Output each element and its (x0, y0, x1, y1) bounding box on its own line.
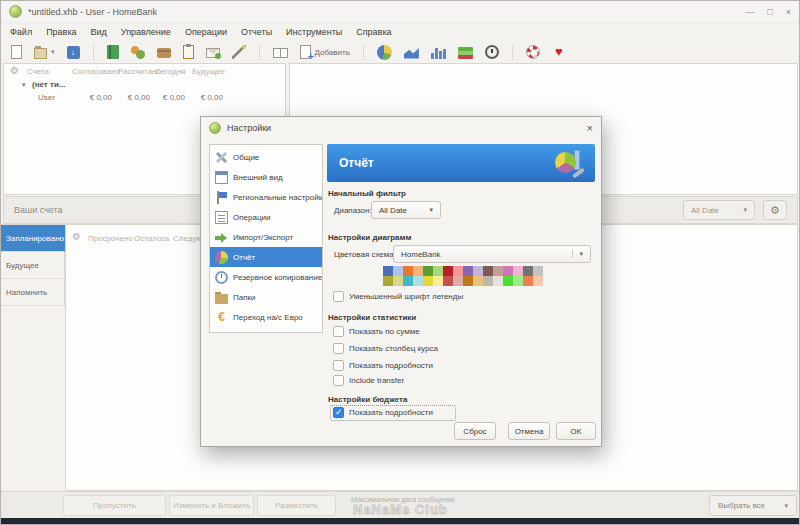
palette-swatch (483, 266, 493, 276)
open-file-button[interactable]: ▾ (32, 45, 57, 60)
window-title: *untitled.xhb - User - HomeBank (28, 7, 157, 17)
scheduled-col-header[interactable]: Осталось (134, 234, 170, 243)
nav-item-interface[interactable]: Внешний вид (210, 167, 322, 187)
categories-button[interactable] (155, 45, 173, 59)
tab-future[interactable]: Будущее (1, 252, 65, 279)
palette-swatch (413, 276, 423, 286)
palette-swatch (463, 276, 473, 286)
lifebuoy-icon (526, 45, 540, 59)
tools-icon (215, 151, 228, 164)
scheduled-button[interactable] (181, 44, 196, 60)
settings-nav-list: Общие Внешний вид Региональные настройки… (209, 144, 323, 333)
tab-scheduled[interactable]: Запланировано (1, 225, 65, 252)
palette-swatch (443, 266, 453, 276)
menu-tools[interactable]: Инструменты (286, 27, 342, 37)
show-rate-column-checkbox[interactable] (333, 343, 344, 354)
account-value-future: € 0,00 (173, 93, 223, 102)
ok-button[interactable]: OK (556, 422, 596, 440)
settings-dialog: Настройки × Общие Внешний вид Региональн… (200, 116, 602, 447)
account-group-label[interactable]: (нет ти... (32, 80, 65, 89)
accounts-settings-button[interactable]: ⚙ (763, 200, 787, 220)
new-file-icon (11, 45, 22, 59)
accounts-columns-gear-icon[interactable]: ⚙ (10, 66, 19, 76)
nav-item-euro[interactable]: €Переход на/с Евро (210, 307, 322, 327)
small-legend-font-checkbox[interactable] (333, 291, 344, 302)
palette-swatch (403, 266, 413, 276)
tab-remind[interactable]: Напомнить (1, 279, 65, 306)
menu-edit[interactable]: Правка (46, 27, 76, 37)
chevron-down-icon: ▾ (421, 206, 433, 214)
accounts-button[interactable] (105, 44, 121, 60)
nav-item-locale[interactable]: Региональные настройки (210, 187, 322, 207)
archive-button[interactable] (204, 45, 222, 59)
range-dropdown[interactable]: All Date ▾ (683, 200, 755, 220)
wallet-icon (157, 48, 171, 58)
palette-swatch (463, 266, 473, 276)
menu-view[interactable]: Вид (91, 27, 107, 37)
menu-transactions[interactable]: Операции (185, 27, 227, 37)
scheduled-col-header[interactable]: Просрочено (88, 234, 133, 243)
assignments-button[interactable] (230, 44, 248, 60)
include-transfer-checkbox[interactable] (333, 375, 344, 386)
palette-swatch (433, 266, 443, 276)
nav-item-backup[interactable]: Резервное копирование (210, 267, 322, 287)
date-range-dropdown[interactable]: All Date ▾ (371, 201, 441, 219)
help-button[interactable] (524, 44, 542, 60)
open-dropdown-icon[interactable]: ▾ (51, 48, 55, 56)
add-transaction-button[interactable]: Добавить (298, 44, 352, 60)
bar-chart-icon (431, 47, 446, 59)
budget-show-details-checkbox[interactable] (333, 407, 344, 418)
cancel-button[interactable]: Отмена (508, 422, 550, 440)
color-scheme-dropdown[interactable]: HomeBank ▾ (393, 245, 591, 263)
clock-icon (215, 271, 228, 284)
show-transactions-button[interactable] (271, 45, 290, 59)
range-value: All Date (691, 206, 719, 215)
nav-item-import-export[interactable]: Импорт/Экспорт (210, 227, 322, 247)
menu-help[interactable]: Справка (356, 27, 391, 37)
accounts-col-header[interactable]: Сегодня (155, 67, 186, 76)
post-button[interactable]: Разместить (257, 495, 336, 516)
maximize-icon[interactable]: □ (767, 7, 772, 17)
nav-item-folders[interactable]: Папки (210, 287, 322, 307)
menu-reports[interactable]: Отчеты (241, 27, 272, 37)
show-by-amount-checkbox[interactable] (333, 326, 344, 337)
account-row-name[interactable]: User (38, 93, 55, 102)
vehicle-cost-button[interactable] (483, 44, 501, 60)
nav-item-report[interactable]: Отчёт (210, 247, 322, 267)
palette-swatch (433, 276, 443, 286)
toolbar-separator (259, 45, 260, 60)
skip-button[interactable]: Пропустить (63, 495, 166, 516)
budget-report-button[interactable] (456, 45, 475, 60)
dialog-close-icon[interactable]: × (587, 123, 593, 134)
include-transfer-label: Include transfer (349, 376, 404, 385)
nav-item-general[interactable]: Общие (210, 147, 322, 167)
new-file-button[interactable] (9, 44, 24, 60)
gauge-icon (485, 45, 499, 59)
statistics-report-button[interactable] (375, 44, 394, 61)
gear-icon: ⚙ (770, 204, 780, 217)
donate-button[interactable]: ♥ (550, 44, 568, 60)
show-details-checkbox[interactable] (333, 360, 344, 371)
palette-swatch (383, 276, 393, 286)
payees-button[interactable] (129, 44, 147, 60)
trendtime-report-button[interactable] (402, 45, 421, 60)
palette-swatch (483, 276, 493, 286)
menu-file[interactable]: Файл (10, 27, 32, 37)
minimize-icon[interactable]: — (745, 7, 754, 17)
nav-item-transactions[interactable]: Операции (210, 207, 322, 227)
accounts-col-header[interactable]: Будущее (192, 67, 225, 76)
pie-chart-icon (377, 45, 392, 60)
close-icon[interactable]: × (786, 7, 791, 17)
expander-icon[interactable]: ▾ (22, 81, 26, 89)
accounts-col-header[interactable]: Согласовано (72, 67, 120, 76)
save-button[interactable]: ↓ (65, 45, 82, 60)
accounts-col-header[interactable]: Счета (27, 67, 49, 76)
palette-swatch (423, 276, 433, 286)
select-all-dropdown[interactable]: Выбрать все ▾ (709, 495, 797, 516)
reset-button[interactable]: Сброс (454, 422, 496, 440)
menu-manage[interactable]: Управление (121, 27, 171, 37)
scheduled-columns-gear-icon[interactable]: ⚙ (72, 232, 81, 242)
show-rate-column-label: Показать столбец курса (349, 344, 438, 353)
balance-report-button[interactable] (429, 45, 448, 60)
edit-post-button[interactable]: Изменить и Вложить (169, 495, 254, 516)
